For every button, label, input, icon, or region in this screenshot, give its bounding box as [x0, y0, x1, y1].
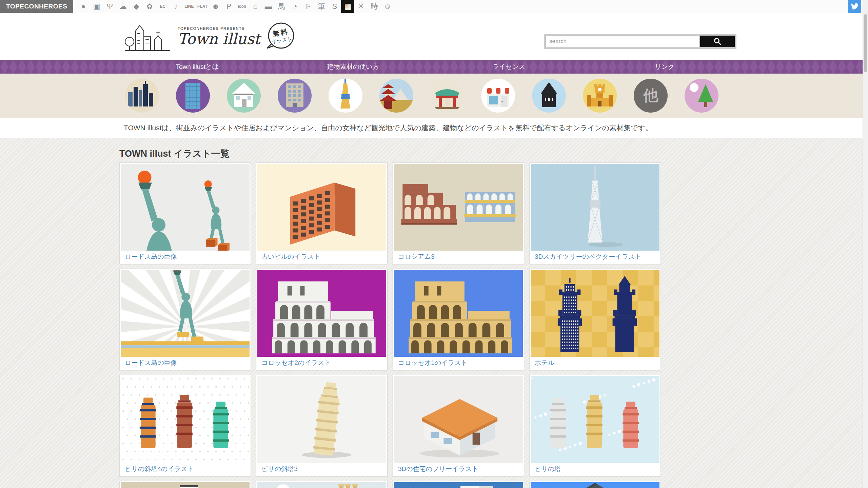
illustration-card[interactable]: ロードス島の巨像: [119, 162, 251, 264]
illustration-grid: ロードス島の巨像古いビルのイラストコロシアム33Dスカイツリーのベクターイラスト…: [119, 162, 669, 476]
card-image: [121, 376, 250, 463]
category-pagoda[interactable]: [379, 79, 413, 113]
nav-item-2[interactable]: 建物素材の使い方: [275, 60, 431, 74]
clock-icon[interactable]: ◔: [288, 0, 301, 13]
card-title[interactable]: ホテル: [531, 357, 659, 369]
ec-icon[interactable]: EC: [156, 0, 169, 13]
search-input[interactable]: [546, 36, 699, 47]
town-illust-icon[interactable]: ▦: [341, 0, 354, 13]
map-icon[interactable]: ◆: [130, 0, 143, 13]
search-bar: [544, 34, 736, 49]
main-content: TOWN illust イラスト一覧 ロードス島の巨像古いビルのイラストコロシア…: [0, 138, 868, 488]
header: TOPECONHEROES PRESENTS Town illust 無料 イラ…: [0, 13, 868, 60]
illustration-card[interactable]: ピサの塔: [529, 375, 661, 476]
category-house[interactable]: [227, 79, 261, 113]
note-icon[interactable]: ♪: [169, 0, 182, 13]
building-icon[interactable]: ⌂: [249, 0, 262, 13]
flat-icon[interactable]: FLAT: [196, 0, 209, 13]
icon-icon[interactable]: icon: [235, 0, 249, 13]
card-image: [394, 376, 523, 463]
twitter-bird-icon: [851, 2, 859, 11]
card-title[interactable]: 3Dスカイツリーのベクターイラスト: [531, 251, 659, 263]
card-image: [121, 482, 250, 488]
illustration-card[interactable]: ホテル: [529, 269, 661, 370]
face-icon[interactable]: ☺: [381, 0, 394, 13]
scrollbar-thumb[interactable]: [864, 14, 867, 72]
category-other[interactable]: 他: [634, 79, 668, 113]
section-title: TOWN illust イラスト一覧: [119, 149, 868, 158]
card-image: [121, 164, 250, 251]
card-title[interactable]: ピサの斜塔3: [257, 463, 386, 475]
card-image: [121, 270, 250, 357]
nav-item-3[interactable]: ライセンス: [431, 60, 587, 74]
category-row: 他: [0, 74, 868, 118]
card-title[interactable]: 3Dの住宅のフリーイラスト: [394, 463, 523, 475]
flash-icon[interactable]: ✳: [354, 0, 368, 13]
flower-icon[interactable]: ✿: [143, 0, 156, 13]
nav-item-1[interactable]: Town illustとは: [119, 60, 275, 74]
card-image: [394, 270, 523, 357]
topbar: TOPECONHEROES ●▣Ψ☁◆✿EC♪LINEFLAT☻Picon⌂▬鳥…: [0, 0, 868, 13]
category-shrine[interactable]: [430, 79, 464, 113]
category-park[interactable]: [685, 79, 718, 113]
card-image: [257, 164, 386, 251]
pumpkin-icon[interactable]: ☻: [209, 0, 222, 13]
category-shop[interactable]: [481, 79, 515, 113]
illustration-card[interactable]: コロッセオ1のイラスト: [393, 269, 524, 370]
fude-icon[interactable]: 筆: [315, 0, 328, 13]
illustration-card[interactable]: 3Dスカイツリーのベクターイラスト: [529, 162, 661, 264]
card-image: [394, 482, 523, 488]
illustration-card-partial[interactable]: [256, 481, 388, 488]
card-image: [257, 482, 386, 488]
illustration-card[interactable]: コロッセオ2のイラスト: [256, 269, 388, 370]
category-skyline[interactable]: [125, 79, 159, 113]
card-title[interactable]: ピサの斜塔4のイラスト: [121, 463, 250, 475]
site-title: Town illust: [178, 32, 260, 46]
card-title[interactable]: ピサの塔: [531, 463, 659, 475]
fukidashi-icon[interactable]: ☁: [116, 0, 130, 13]
illustration-grid-partial: [119, 481, 669, 488]
illustration-card[interactable]: コロシアム3: [393, 162, 524, 264]
card-title[interactable]: コロッセオ1のイラスト: [394, 357, 523, 369]
card-image: [531, 482, 659, 488]
illustration-card[interactable]: ロードス島の巨像: [119, 269, 251, 370]
font-icon[interactable]: Ϝ: [301, 0, 315, 13]
free-badge: 無料 イラスト: [265, 21, 296, 52]
card-image: [531, 164, 659, 251]
parking-icon[interactable]: P: [222, 0, 235, 13]
card-title[interactable]: ロードス島の巨像: [121, 251, 250, 263]
card-title[interactable]: コロッセオ2のイラスト: [257, 357, 386, 369]
card-title[interactable]: 古いビルのイラスト: [257, 251, 386, 263]
illustration-card-partial[interactable]: [529, 481, 661, 488]
illustration-card[interactable]: ピサの斜塔4のイラスト: [119, 375, 251, 476]
category-skytree[interactable]: [329, 79, 362, 113]
silhouette-icon[interactable]: S: [328, 0, 341, 13]
toki-icon[interactable]: 時: [368, 0, 381, 13]
topconheroes-logo[interactable]: TOPECONHEROES: [0, 0, 73, 13]
line-icon[interactable]: LINE: [182, 0, 196, 13]
category-tower[interactable]: [176, 79, 210, 113]
card-title[interactable]: ロードス島の巨像: [121, 357, 250, 369]
illustration-card[interactable]: ピサの斜塔3: [256, 375, 388, 476]
card-image: [257, 270, 386, 357]
search-button[interactable]: [700, 36, 735, 47]
category-church[interactable]: [532, 79, 566, 113]
illustration-card[interactable]: 古いビルのイラスト: [256, 162, 388, 264]
copy-icon[interactable]: ▣: [90, 0, 103, 13]
twitter-button[interactable]: [848, 0, 861, 13]
illustration-card-partial[interactable]: [119, 481, 251, 488]
category-mansion[interactable]: [278, 79, 312, 113]
nav-item-4[interactable]: リンク: [587, 60, 743, 74]
bird-icon[interactable]: 鳥: [275, 0, 288, 13]
pictogram-icon[interactable]: Ψ: [103, 0, 116, 13]
site-logo[interactable]: TOPECONHEROES PRESENTS Town illust 無料 イラ…: [122, 21, 296, 52]
card-title[interactable]: コロシアム3: [394, 251, 523, 263]
illustration-card-partial[interactable]: [393, 481, 524, 488]
card-image: [531, 376, 659, 463]
category-castle[interactable]: [583, 79, 617, 113]
illustration-card[interactable]: 3Dの住宅のフリーイラスト: [393, 375, 524, 476]
main-nav: Town illustとは建物素材の使い方ライセンスリンク: [0, 60, 868, 74]
kaba-icon[interactable]: ●: [77, 0, 90, 13]
scrollbar[interactable]: [863, 0, 868, 488]
futon-icon[interactable]: ▬: [262, 0, 275, 13]
